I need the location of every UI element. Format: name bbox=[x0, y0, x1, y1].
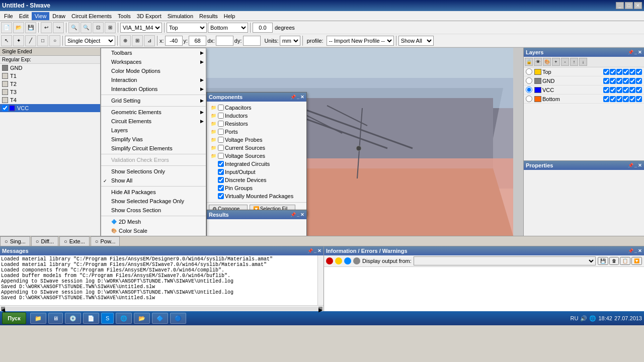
info-filter-btn[interactable]: 🔽 bbox=[631, 257, 642, 265]
menu-view[interactable]: View bbox=[32, 12, 50, 20]
menu-toolbars[interactable]: Toolbars bbox=[101, 48, 206, 57]
messages-controls[interactable]: 📌 _ ✕ bbox=[307, 248, 321, 253]
menu-geometric-elements[interactable]: Geometric Elements bbox=[101, 108, 206, 117]
layers-check-gnd-6[interactable] bbox=[636, 78, 642, 84]
snap-button[interactable]: ⊕ bbox=[120, 35, 131, 46]
menu-simulation[interactable]: Simulation bbox=[165, 12, 196, 20]
object-mode-select[interactable]: Single Object bbox=[65, 36, 115, 46]
menu-draw[interactable]: Draw bbox=[49, 12, 68, 20]
properties-controls[interactable]: 📌 _ ✕ bbox=[628, 163, 642, 168]
components-pin[interactable]: 📌 bbox=[290, 95, 296, 100]
comp-capacitors[interactable]: 📁 Capacitors bbox=[209, 104, 304, 112]
zoom-select-button[interactable]: ⊞ bbox=[105, 22, 116, 33]
layers-check-gnd-5[interactable] bbox=[629, 78, 635, 84]
layers-check-top-6[interactable] bbox=[636, 69, 642, 75]
select-button[interactable]: ↖ bbox=[1, 35, 12, 46]
layers-radio-bottom[interactable] bbox=[526, 96, 532, 102]
results-controls[interactable]: 📌 _ ✕ bbox=[290, 212, 304, 217]
window-controls[interactable]: _ □ ✕ bbox=[616, 2, 642, 9]
point-button[interactable]: ✦ bbox=[13, 35, 24, 46]
x-input[interactable] bbox=[165, 36, 183, 46]
comp-ics[interactable]: Integrated Circuits bbox=[209, 160, 304, 168]
menu-simplify-circuit[interactable]: Simplify Circuit Elements bbox=[101, 144, 206, 153]
menu-surface-plot[interactable]: 📊Surface Plot bbox=[101, 235, 206, 236]
layer-item-vcc[interactable]: VCC bbox=[0, 104, 100, 112]
menu-3d-export[interactable]: 3D Export bbox=[134, 12, 165, 20]
menu-show-cross-section[interactable]: Show Cross Section bbox=[101, 206, 206, 215]
comp-check-vsources[interactable] bbox=[218, 153, 224, 159]
circle-button[interactable]: ○ bbox=[49, 35, 60, 46]
y-input[interactable] bbox=[189, 36, 206, 46]
menu-layers[interactable]: Layers bbox=[101, 126, 206, 135]
layers-check-bottom-5[interactable] bbox=[629, 96, 635, 102]
comp-voltage-probes[interactable]: 📁 Voltage Probes bbox=[209, 136, 304, 144]
comp-check-resistors[interactable] bbox=[218, 121, 224, 127]
layers-icon-3[interactable]: 🎨 bbox=[543, 58, 551, 66]
layers-check-top-5[interactable] bbox=[629, 69, 635, 75]
info-min[interactable]: _ bbox=[634, 248, 637, 253]
tab-single[interactable]: ○ Sing... bbox=[0, 236, 30, 246]
menu-workspaces[interactable]: Workspaces bbox=[101, 57, 206, 66]
layers-check-bottom-3[interactable] bbox=[616, 96, 622, 102]
comp-check-capacitors[interactable] bbox=[218, 105, 224, 111]
menu-color-scale[interactable]: 🎨Color Scale bbox=[101, 226, 206, 235]
tab-diff[interactable]: ○ Diff... bbox=[31, 236, 58, 246]
layers-check-bottom-4[interactable] bbox=[623, 96, 629, 102]
messages-scrollbar[interactable] bbox=[317, 255, 324, 305]
layers-check-top-4[interactable] bbox=[623, 69, 629, 75]
layers-check-vcc-6[interactable] bbox=[636, 87, 642, 93]
layer-item-t4[interactable]: T4 bbox=[0, 96, 100, 104]
layers-check-gnd-3[interactable] bbox=[616, 78, 622, 84]
comp-current-sources[interactable]: 📁 Current Sources bbox=[209, 144, 304, 152]
layer-item-t3[interactable]: T3 bbox=[0, 88, 100, 96]
via-select[interactable]: VIA_M1_M4 bbox=[120, 23, 162, 33]
menu-tools[interactable]: Tools bbox=[115, 12, 134, 20]
info-copy-btn[interactable]: 📋 bbox=[620, 257, 630, 265]
comp-virtual[interactable]: Virtually Mounted Packages bbox=[209, 192, 304, 200]
info-save-btn[interactable]: 💾 bbox=[598, 257, 608, 265]
new-button[interactable]: 📄 bbox=[1, 22, 12, 33]
messages-close[interactable]: ✕ bbox=[317, 248, 321, 253]
menu-circuit-elements-view[interactable]: Circuit Elements bbox=[101, 117, 206, 126]
zoom-out-button[interactable]: 🔍 bbox=[80, 22, 92, 33]
layers-check-gnd-1[interactable] bbox=[603, 78, 609, 84]
layers-min[interactable]: _ bbox=[634, 50, 637, 55]
rect-button[interactable]: □ bbox=[37, 35, 48, 46]
taskbar-app2[interactable]: 🔵 bbox=[170, 313, 186, 324]
taskbar-siwave[interactable]: 🔷 bbox=[152, 313, 168, 324]
layers-check-top-1[interactable] bbox=[603, 69, 609, 75]
layers-pin[interactable]: 📌 bbox=[628, 50, 633, 55]
layers-radio-top[interactable] bbox=[526, 68, 532, 75]
tab-pow[interactable]: ○ Pow... bbox=[91, 236, 120, 246]
comp-pin-groups[interactable]: Pin Groups bbox=[209, 184, 304, 192]
taskbar-skype[interactable]: S bbox=[101, 313, 114, 324]
profile-select[interactable]: -- Import New Profile -- bbox=[327, 36, 394, 46]
menu-2d-mesh[interactable]: 🔷2D Mesh bbox=[101, 217, 206, 226]
comp-check-virtual[interactable] bbox=[218, 193, 224, 199]
open-button[interactable]: 📂 bbox=[13, 22, 24, 33]
components-close[interactable]: ✕ bbox=[300, 95, 304, 100]
comp-ports[interactable]: 📁 Ports bbox=[209, 128, 304, 136]
start-button[interactable]: Пуск bbox=[2, 312, 26, 324]
taskbar-disk[interactable]: 💿 bbox=[65, 313, 81, 324]
messages-scroll-right[interactable]: ▶ bbox=[318, 307, 323, 311]
comp-check-inductors[interactable] bbox=[218, 113, 224, 119]
layers-check-vcc-5[interactable] bbox=[629, 87, 635, 93]
bottom-select[interactable]: Bottom bbox=[208, 23, 248, 33]
menu-help[interactable]: Help bbox=[221, 12, 238, 20]
layers-controls[interactable]: 📌 _ ✕ bbox=[628, 50, 642, 55]
comp-check-pingroups[interactable] bbox=[218, 185, 224, 191]
comp-resistors[interactable]: 📁 Resistors bbox=[209, 120, 304, 128]
taskbar-doc[interactable]: 📄 bbox=[83, 313, 99, 324]
layers-radio-vcc[interactable] bbox=[526, 86, 532, 93]
line-button[interactable]: ╱ bbox=[25, 35, 36, 46]
props-pin[interactable]: 📌 bbox=[628, 163, 633, 168]
grid-snap-button[interactable]: ⊞ bbox=[132, 35, 143, 46]
show-all-select[interactable]: Show All bbox=[398, 36, 434, 46]
taskbar-folder[interactable]: 📂 bbox=[134, 313, 150, 324]
layer-item-t2[interactable]: T2 bbox=[0, 80, 100, 88]
info-controls[interactable]: 📌 _ ✕ bbox=[628, 248, 642, 253]
minimize-button[interactable]: _ bbox=[616, 2, 624, 9]
canvas-area[interactable]: Shot A Toolbars Workspaces Color Mode Op… bbox=[101, 48, 523, 236]
taskbar-monitor[interactable]: 🖥 bbox=[48, 313, 63, 324]
